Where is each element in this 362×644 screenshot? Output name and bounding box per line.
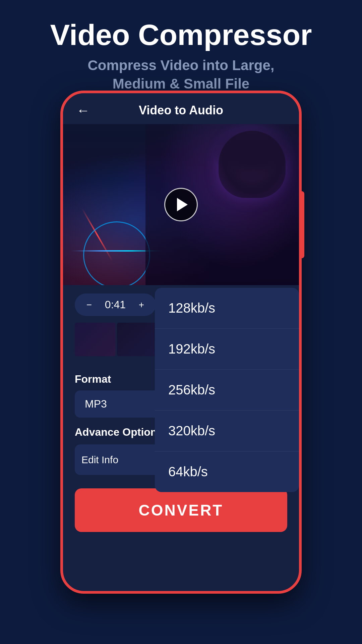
header-section: Video Compressor Compress Video into Lar…	[0, 0, 362, 103]
edit-info-label: Edit Info	[81, 454, 118, 466]
video-area	[63, 124, 299, 285]
subtitle: Compress Video into Large,Medium & Small…	[17, 56, 345, 93]
bitrate-option-128[interactable]: 128kb/s	[155, 288, 299, 329]
time-minus-button[interactable]: −	[83, 299, 95, 311]
time-display: 0:41	[102, 299, 129, 311]
play-button[interactable]	[164, 188, 198, 221]
phone-inner: ← Video to Audio	[63, 93, 299, 591]
bitrate-option-64[interactable]: 64kb/s	[155, 451, 299, 492]
bitrate-dropdown: 128kb/s 192kb/s 256kb/s 320kb/s 64kb/s	[155, 288, 299, 492]
bitrate-option-192[interactable]: 192kb/s	[155, 329, 299, 370]
format-value: MP3	[85, 398, 107, 410]
phone-container: ← Video to Audio	[60, 91, 302, 594]
person-hair	[212, 126, 292, 179]
main-title: Video Compressor	[17, 20, 345, 50]
play-icon	[177, 198, 188, 211]
bitrate-option-320[interactable]: 320kb/s	[155, 411, 299, 451]
top-bar: ← Video to Audio	[63, 93, 299, 124]
red-accent	[299, 191, 304, 258]
convert-button[interactable]: CONVERT	[75, 488, 287, 532]
screen-title: Video to Audio	[139, 103, 223, 117]
phone-frame: ← Video to Audio	[60, 91, 302, 594]
time-pill: − 0:41 +	[75, 293, 156, 316]
back-button[interactable]: ←	[76, 103, 90, 118]
film-frame-2	[117, 323, 158, 356]
convert-area: CONVERT	[63, 483, 299, 545]
time-plus-button[interactable]: +	[135, 299, 147, 311]
film-frame-1	[75, 323, 116, 356]
bitrate-option-256[interactable]: 256kb/s	[155, 370, 299, 411]
